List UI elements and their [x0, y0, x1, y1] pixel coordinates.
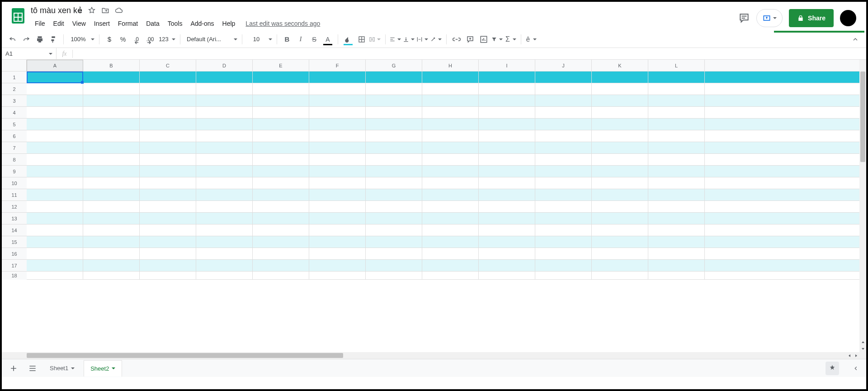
cell[interactable]: [422, 95, 479, 107]
cell[interactable]: [366, 154, 422, 166]
cell[interactable]: [196, 83, 253, 95]
cell[interactable]: [592, 130, 648, 142]
cell[interactable]: [648, 107, 705, 119]
cell[interactable]: [27, 213, 83, 224]
cell[interactable]: [592, 72, 648, 83]
cell[interactable]: [27, 83, 83, 95]
cell[interactable]: [422, 83, 479, 95]
scroll-right-button[interactable]: [853, 352, 859, 359]
cell[interactable]: [196, 154, 253, 166]
cell[interactable]: [422, 72, 479, 83]
paint-format-button[interactable]: [47, 33, 60, 46]
cell[interactable]: [479, 213, 535, 224]
cell[interactable]: [648, 272, 705, 280]
cell[interactable]: [479, 72, 535, 83]
cell[interactable]: [422, 130, 479, 142]
input-tools-dropdown[interactable]: ê: [525, 33, 538, 46]
cell[interactable]: [479, 189, 535, 201]
cell[interactable]: [140, 95, 196, 107]
cell[interactable]: [83, 83, 140, 95]
cell[interactable]: [535, 130, 592, 142]
cell[interactable]: [366, 142, 422, 154]
cell[interactable]: [479, 272, 535, 280]
cell[interactable]: [309, 260, 366, 272]
cell[interactable]: [253, 224, 309, 236]
cell[interactable]: [592, 224, 648, 236]
cell[interactable]: [27, 72, 83, 83]
cell[interactable]: [140, 130, 196, 142]
cell[interactable]: [422, 236, 479, 248]
cell[interactable]: [309, 201, 366, 213]
cell[interactable]: [705, 201, 866, 213]
cell[interactable]: [196, 224, 253, 236]
cell[interactable]: [196, 177, 253, 189]
cell[interactable]: [705, 83, 866, 95]
cell[interactable]: [309, 130, 366, 142]
cell[interactable]: [253, 72, 309, 83]
text-wrap-dropdown[interactable]: [416, 33, 429, 46]
redo-button[interactable]: [20, 33, 33, 46]
cell[interactable]: [592, 201, 648, 213]
cell[interactable]: [253, 119, 309, 130]
col-header-L[interactable]: L: [648, 60, 705, 71]
cell[interactable]: [535, 95, 592, 107]
cell[interactable]: [535, 142, 592, 154]
row-header-13[interactable]: 13: [2, 213, 27, 224]
cell[interactable]: [705, 224, 866, 236]
cell[interactable]: [27, 248, 83, 260]
cell[interactable]: [422, 224, 479, 236]
cell[interactable]: [83, 72, 140, 83]
cell[interactable]: [27, 107, 83, 119]
cell[interactable]: [27, 201, 83, 213]
cell[interactable]: [705, 154, 866, 166]
sheet-tab-1[interactable]: Sheet1: [43, 360, 81, 377]
cell[interactable]: [366, 260, 422, 272]
cell[interactable]: [253, 201, 309, 213]
cell[interactable]: [27, 236, 83, 248]
cloud-status-icon[interactable]: [115, 6, 123, 14]
cell[interactable]: [705, 248, 866, 260]
cell[interactable]: [140, 236, 196, 248]
vertical-align-dropdown[interactable]: [403, 33, 415, 46]
cell[interactable]: [648, 119, 705, 130]
scroll-left-button[interactable]: [846, 352, 853, 359]
cell[interactable]: [140, 83, 196, 95]
cell[interactable]: [592, 107, 648, 119]
cell[interactable]: [196, 142, 253, 154]
cell[interactable]: [253, 95, 309, 107]
cell[interactable]: [83, 95, 140, 107]
col-header-A[interactable]: A: [27, 60, 83, 71]
cell[interactable]: [366, 189, 422, 201]
cell[interactable]: [140, 224, 196, 236]
cell[interactable]: [196, 272, 253, 280]
col-header-I[interactable]: I: [479, 60, 535, 71]
cell[interactable]: [83, 177, 140, 189]
cell[interactable]: [479, 130, 535, 142]
row-header-6[interactable]: 6: [2, 130, 27, 142]
cell[interactable]: [253, 130, 309, 142]
row-header-7[interactable]: 7: [2, 142, 27, 154]
col-header-B[interactable]: B: [83, 60, 140, 71]
increase-decimal-button[interactable]: .00: [144, 33, 156, 46]
cell[interactable]: [479, 236, 535, 248]
cell[interactable]: [366, 166, 422, 177]
cell[interactable]: [535, 83, 592, 95]
cell[interactable]: [196, 72, 253, 83]
spreadsheet-grid[interactable]: 123456789101112131415161718 ABCDEFGHIJKL…: [2, 60, 866, 352]
cell[interactable]: [253, 260, 309, 272]
cell[interactable]: [705, 95, 866, 107]
text-rotation-dropdown[interactable]: [430, 33, 443, 46]
vertical-scrollbar[interactable]: [859, 60, 866, 352]
cell[interactable]: [705, 130, 866, 142]
cell[interactable]: [648, 130, 705, 142]
cell[interactable]: [27, 130, 83, 142]
cell[interactable]: [366, 177, 422, 189]
cell[interactable]: [309, 72, 366, 83]
cell[interactable]: [648, 224, 705, 236]
menu-help[interactable]: Help: [218, 18, 240, 29]
cell[interactable]: [535, 72, 592, 83]
row-header-11[interactable]: 11: [2, 189, 27, 201]
cell[interactable]: [309, 166, 366, 177]
cell[interactable]: [648, 213, 705, 224]
doc-title[interactable]: tô màu xen kẻ: [31, 5, 82, 16]
